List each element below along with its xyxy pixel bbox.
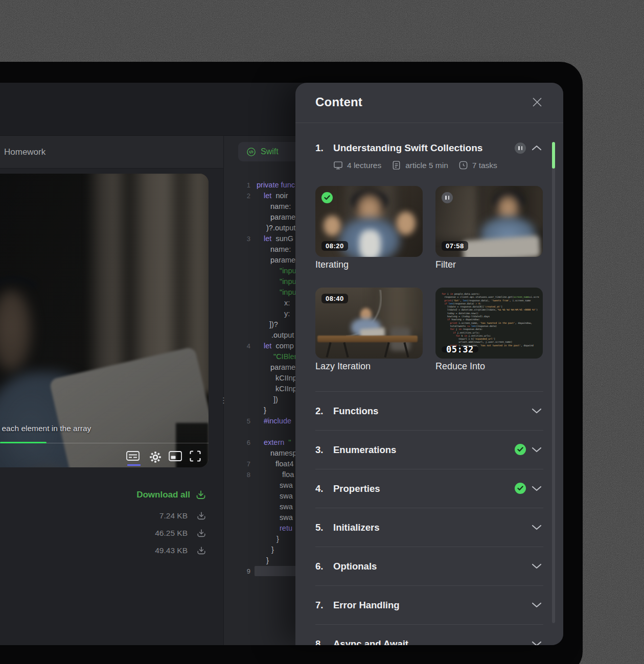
section-row-initializers[interactable]: 5.Initializers: [295, 508, 563, 547]
line-number: 2: [224, 191, 250, 201]
chevron-down-icon[interactable]: [532, 408, 542, 414]
download-icon[interactable]: [196, 511, 206, 521]
section-number: 3.: [315, 444, 323, 456]
section-row-async-and-await[interactable]: 8.Async and Await: [295, 624, 563, 645]
close-icon[interactable]: [532, 97, 543, 108]
chevron-down-icon[interactable]: [532, 486, 542, 491]
line-number: 3: [224, 233, 250, 244]
section-number: 6.: [315, 561, 323, 572]
section-divider: [315, 469, 543, 469]
lesson-duration: 07:58: [442, 241, 468, 251]
section-number: 8.: [315, 638, 323, 645]
pause-badge: [442, 192, 453, 203]
section-title: Error Handling: [333, 600, 400, 611]
panel-scrollbar-track[interactable]: [552, 142, 555, 623]
section-1-title[interactable]: Understanding Swift Collections: [333, 143, 482, 154]
section-row-enumerations[interactable]: 3.Enumerations: [295, 430, 563, 469]
line-number: 6: [224, 437, 250, 448]
chevron-down-icon[interactable]: [532, 447, 542, 453]
section-row-optionals[interactable]: 6.Optionals: [295, 547, 563, 585]
section-divider: [315, 430, 543, 431]
meta-7-tasks: 7 tasks: [458, 160, 497, 170]
language-badge-swift[interactable]: Swift: [238, 142, 303, 161]
section-1-number: 1.: [315, 143, 324, 154]
line-number: 5: [224, 416, 250, 426]
lesson-title: Reduce Into: [435, 361, 485, 372]
content-panel: Content 1. Understanding Swift Collectio…: [295, 83, 563, 645]
download-icon[interactable]: [196, 528, 206, 538]
download-icon: [195, 489, 206, 501]
fullscreen-icon[interactable]: [190, 450, 203, 464]
screenshot-stage: { "left": { "tab_label": "Homework", "vi…: [0, 0, 644, 664]
video-vignette: [0, 174, 209, 467]
lesson-thumbnail-reduce-into[interactable]: for i in people.data.users: response = c…: [435, 288, 543, 359]
line-number: 4: [224, 341, 250, 351]
article-icon: [392, 160, 401, 170]
check-badge: [515, 444, 526, 455]
panel-scrollbar-thumb[interactable]: [552, 142, 555, 169]
video-player[interactable]: r each element in the array: [0, 174, 209, 467]
lectures-icon: [333, 160, 343, 170]
pip-icon[interactable]: [169, 450, 182, 464]
section-divider: [315, 391, 543, 392]
check-badge: [515, 483, 526, 494]
file-size-label: 46.25 KB: [155, 529, 188, 538]
video-subtitle: r each element in the array: [0, 424, 91, 433]
section-number: 4.: [315, 483, 323, 494]
lesson-thumbnail-lazy-iteration[interactable]: 08:40: [315, 288, 423, 359]
meta-4-lectures: 4 lectures: [333, 160, 381, 170]
chevron-down-icon[interactable]: [532, 602, 542, 608]
download-icon[interactable]: [196, 546, 206, 556]
lesson-duration: 05:32: [442, 346, 478, 352]
player-controls: [0, 448, 209, 467]
chevron-down-icon[interactable]: [532, 525, 542, 530]
content-panel-header: Content: [295, 83, 563, 123]
lesson-thumbnail-filter[interactable]: 07:58: [435, 186, 543, 257]
tasks-icon: [458, 160, 468, 170]
line-number: 8: [224, 469, 250, 480]
meta-label: 4 lectures: [347, 161, 381, 170]
download-file-row[interactable]: 46.25 KB: [0, 526, 206, 540]
section-1-meta: 4 lecturesarticle 5 min7 tasks: [333, 160, 497, 170]
chevron-down-icon[interactable]: [532, 563, 542, 569]
settings-gear-icon[interactable]: [149, 450, 162, 464]
panel-title: Content: [315, 95, 362, 109]
chevron-up-icon[interactable]: [532, 145, 542, 151]
meta-article-5-min: article 5 min: [392, 160, 448, 170]
captions-icon[interactable]: [126, 450, 140, 464]
divider-drag-handle[interactable]: ⋮: [220, 398, 227, 402]
lesson-title: Lazy Iteration: [315, 361, 371, 372]
download-file-row[interactable]: 49.43 KB: [0, 543, 206, 558]
section-divider: [315, 547, 543, 547]
captions-active-indicator: [127, 464, 141, 466]
section-title: Async and Await: [333, 638, 408, 645]
section-row-functions[interactable]: 2.Functions: [295, 391, 563, 430]
section-number: 5.: [315, 522, 323, 533]
download-file-row[interactable]: 7.24 KB: [0, 509, 206, 523]
file-size-label: 7.24 KB: [159, 511, 188, 520]
section-row-properties[interactable]: 4.Properties: [295, 469, 563, 508]
check-badge: [321, 192, 333, 203]
lesson-title: Filter: [435, 259, 456, 270]
section-row-error-handling[interactable]: 7.Error Handling: [295, 585, 563, 624]
line-number: 1: [224, 180, 250, 191]
section-title: Properties: [333, 483, 380, 494]
chevron-down-icon[interactable]: [532, 641, 542, 645]
section-number: 7.: [315, 600, 323, 611]
lesson-duration: 08:40: [321, 294, 348, 303]
section-divider: [315, 585, 543, 586]
line-number: 9: [224, 566, 250, 577]
meta-label: 7 tasks: [472, 161, 497, 170]
seek-bar-progress: [0, 442, 47, 443]
column-divider: [223, 136, 224, 645]
section-title: Initializers: [333, 522, 379, 533]
lesson-thumbnail-iterating[interactable]: 08:20: [315, 186, 423, 257]
section-1-pause-badge: [515, 143, 526, 154]
meta-label: article 5 min: [405, 161, 448, 170]
lesson-duration: 08:20: [321, 241, 348, 251]
tab-homework[interactable]: Homework: [4, 136, 45, 168]
section-title: Enumerations: [333, 444, 396, 456]
file-size-label: 49.43 KB: [155, 546, 188, 555]
download-all-button[interactable]: Download all: [0, 488, 206, 502]
section-title: Optionals: [333, 561, 377, 572]
